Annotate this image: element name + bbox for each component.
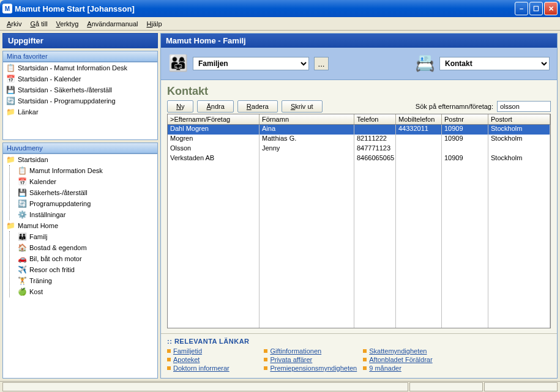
table-row[interactable]: OlssonJenny847771123 <box>168 144 550 154</box>
related-link[interactable]: Familjetid <box>167 347 258 355</box>
edit-button[interactable]: Ändra <box>197 100 233 113</box>
tree-child[interactable]: 👪Familj <box>15 231 157 242</box>
links-grid: FamiljetidGiftinformationenSkattemyndigh… <box>167 347 551 372</box>
cell: Jenny <box>259 144 354 154</box>
tree-node[interactable]: 📁Mamut Home <box>3 220 157 231</box>
cell: 847771123 <box>354 144 396 154</box>
links-title: :: RELEVANTA LÄNKAR <box>167 338 551 345</box>
calendar-icon: 📅 <box>17 177 27 187</box>
table-row[interactable]: Verkstaden AB846606506510909Stockholm <box>168 154 550 164</box>
cell: Aina <box>259 125 354 135</box>
tree-child[interactable]: 📅Kalender <box>15 176 157 187</box>
bullet-icon <box>167 358 171 361</box>
contacts-grid: >Efternamn/FöretagFörnamnTelefonMobiltel… <box>167 114 551 328</box>
new-button[interactable]: Ny <box>167 100 193 113</box>
menu-gatill[interactable]: Gå till <box>26 19 51 29</box>
info-icon: 📋 <box>6 63 15 73</box>
calendar-icon: 📅 <box>6 74 15 84</box>
tree-label: Säkerhets-/återställ <box>29 189 88 196</box>
cell: Stockholm <box>488 154 550 164</box>
cell: 44332011 <box>396 125 442 135</box>
tree-label: Kalender <box>29 178 56 185</box>
cell: Dahl Mogren <box>168 125 259 135</box>
folder-icon: 📁 <box>6 155 15 165</box>
tree-label: Mamut Information Desk <box>29 167 103 174</box>
column-header[interactable]: Mobiltelefon <box>396 114 442 124</box>
tree-child[interactable]: 🍏Kost <box>15 286 157 297</box>
delete-button[interactable]: Radera <box>237 100 278 113</box>
arrow-icon: 🔄 <box>6 96 15 106</box>
family-dropdown[interactable]: Familjen <box>193 57 309 70</box>
table-row[interactable]: MogrenMatthias G.8211122210909Stockholm <box>168 135 550 144</box>
tree-child[interactable]: 🔄Programuppdatering <box>15 198 157 209</box>
family-icon: 👨‍👩‍👧 <box>168 54 188 73</box>
tree-label: Bostad & egendom <box>29 244 87 251</box>
tree-child[interactable]: 🚗Bil, båt och motor <box>15 253 157 264</box>
favorite-item[interactable]: 💾Startsidan - Säkerhets-/återställ <box>3 84 157 95</box>
tree-label: Mamut Home <box>18 222 58 229</box>
tree-child[interactable]: 📋Mamut Information Desk <box>15 165 157 176</box>
bullet-icon <box>167 366 171 370</box>
related-link[interactable]: Doktorn informerar <box>167 364 258 372</box>
related-link[interactable]: 9 månader <box>363 364 454 372</box>
favorite-item[interactable]: 📅Startsidan - Kalender <box>3 73 157 84</box>
cell: 82111222 <box>354 135 396 144</box>
menu-arkiv[interactable]: Arkiv <box>3 19 25 29</box>
favorite-item[interactable]: 📋Startsidan - Mamut Information Desk <box>3 62 157 73</box>
view-dropdown[interactable]: Kontakt <box>439 57 550 70</box>
content-header: Mamut Home - Familj <box>161 34 557 48</box>
tree-child[interactable]: 🏠Bostad & egendom <box>15 242 157 253</box>
menu-manual[interactable]: Användarmanual <box>83 19 141 29</box>
tasks-header: Uppgifter <box>2 33 158 48</box>
close-button[interactable]: ✕ <box>544 2 558 15</box>
table-row[interactable]: Dahl MogrenAina4433201110909Stockholm <box>168 125 550 135</box>
related-link[interactable]: Premiepensionsmyndigheten <box>264 364 357 372</box>
column-header[interactable]: Förnamn <box>259 114 354 124</box>
tree-child[interactable]: 💾Säkerhets-/återställ <box>15 187 157 198</box>
link-label: Familjetid <box>173 347 202 355</box>
food-icon: 🍏 <box>17 287 27 297</box>
related-link[interactable]: Apoteket <box>167 356 258 363</box>
cell: Mogren <box>168 135 259 144</box>
related-link[interactable]: Privata affärer <box>264 356 357 363</box>
related-link[interactable]: Skattemyndigheten <box>363 347 454 355</box>
menu-verktyg[interactable]: Verktyg <box>53 19 83 29</box>
disk-icon: 💾 <box>6 85 15 95</box>
bullet-icon <box>264 366 267 370</box>
tree-child[interactable]: ⚙️Inställningar <box>15 209 157 220</box>
grid-body[interactable]: Dahl MogrenAina4433201110909StockholmMog… <box>168 125 550 328</box>
related-link[interactable]: Aftonbladet Föräldrar <box>363 356 454 363</box>
maximize-button[interactable]: ☐ <box>529 2 543 15</box>
cell: Olsson <box>168 144 259 154</box>
info-icon: 📋 <box>17 166 27 176</box>
status-cell <box>409 382 483 391</box>
search-input[interactable] <box>497 101 551 112</box>
column-header[interactable]: Postnr <box>442 114 488 124</box>
right-panel: Mamut Home - Familj 👨‍👩‍👧 Familjen ... 📇… <box>160 33 558 379</box>
cell <box>396 144 442 154</box>
tree-node[interactable]: 📁Startsidan <box>3 154 157 165</box>
tree-child[interactable]: 🏋️Träning <box>15 275 157 286</box>
cell: 10909 <box>442 125 488 135</box>
tree-label: Programuppdatering <box>29 200 91 207</box>
print-button[interactable]: Skriv ut <box>282 100 323 113</box>
tree-label: Startsidan <box>18 156 48 163</box>
browse-button[interactable]: ... <box>314 57 329 70</box>
column-header[interactable]: Telefon <box>354 114 396 124</box>
contact-icon: 📇 <box>415 54 435 73</box>
cell: 10909 <box>442 135 488 144</box>
family-icon: 👪 <box>17 232 27 242</box>
column-header[interactable]: Postort <box>488 114 550 124</box>
favorite-item[interactable]: 📁Länkar <box>3 106 157 117</box>
grid-header: >Efternamn/FöretagFörnamnTelefonMobiltel… <box>168 114 550 125</box>
link-label: Apoteket <box>173 356 200 363</box>
related-link[interactable]: Giftinformationen <box>264 347 357 355</box>
favorite-item[interactable]: 🔄Startsidan - Programuppdatering <box>3 95 157 106</box>
favorite-label: Startsidan - Säkerhets-/återställ <box>18 86 112 94</box>
left-panel: Uppgifter Mina favoriter 📋Startsidan - M… <box>2 33 158 379</box>
favorites-panel: Mina favoriter 📋Startsidan - Mamut Infor… <box>2 51 158 140</box>
minimize-button[interactable]: – <box>515 2 528 15</box>
column-header[interactable]: >Efternamn/Företag <box>168 114 259 124</box>
tree-child[interactable]: ✈️Resor och fritid <box>15 264 157 275</box>
menu-help[interactable]: Hjälp <box>143 19 165 29</box>
